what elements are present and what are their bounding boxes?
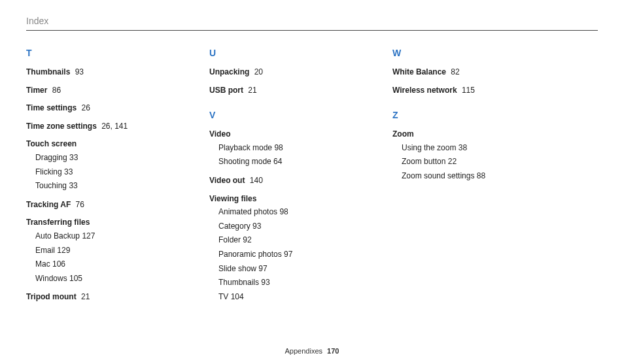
index-page-ref[interactable]: 140 (247, 176, 262, 185)
index-term: Zoom (392, 129, 414, 139)
index-page-ref[interactable]: 93 (259, 278, 270, 287)
index-page-ref[interactable]: 38 (456, 143, 467, 152)
index-subentry: Panoramic photos 97 (218, 248, 353, 261)
index-page-ref[interactable]: 115 (460, 86, 475, 95)
index-entry: White Balance 82 (392, 67, 536, 78)
index-page-ref[interactable]: 76 (73, 200, 84, 209)
index-subentry-label: Windows (35, 274, 67, 283)
index-subentry-label: Flicking (35, 167, 62, 176)
index-subentry: Mac 106 (35, 258, 170, 271)
index-subentry-label: Auto Backup (35, 231, 80, 240)
index-entry: Video out 140 (209, 176, 353, 186)
index-term: Time zone settings (26, 122, 97, 131)
index-subentry-label: Zoom button (402, 157, 445, 166)
footer-page-number: 170 (327, 347, 339, 355)
index-subentry: Slide show 97 (218, 263, 353, 275)
index-page-ref[interactable]: 104 (228, 292, 243, 301)
index-page-ref[interactable]: 93 (251, 222, 262, 231)
index-page-ref[interactable]: 33 (62, 167, 73, 176)
index-page-ref[interactable]: 33 (67, 153, 78, 162)
index-subentry-label: Animated photos (218, 207, 277, 216)
index-page-ref[interactable]: 21 (246, 86, 257, 95)
index-entry: Thumbnails 93 (26, 67, 170, 78)
index-section: WWhite Balance 82Wireless network 115 (392, 48, 536, 95)
index-term: Touch screen (26, 139, 77, 148)
index-subentry: Playback mode 98 (218, 142, 353, 154)
page-title: Index (26, 16, 48, 26)
index-term: Tripod mount (26, 292, 77, 301)
index-page-ref[interactable]: 22 (445, 157, 457, 166)
index-term: Timer (26, 86, 47, 95)
index-letter: U (209, 48, 353, 58)
index-subentry-label: Shooting mode (218, 157, 271, 166)
index-section: ZZoomUsing the zoom 38Zoom button 22Zoom… (392, 110, 536, 182)
index-subentry-label: Panoramic photos (218, 250, 282, 259)
index-entry: Tripod mount 21 (26, 292, 170, 303)
index-subentry: Category 93 (218, 220, 353, 233)
page-header: Index (26, 16, 598, 31)
index-term: Time settings (26, 103, 77, 112)
index-page-ref[interactable]: 93 (73, 67, 84, 76)
index-page-ref[interactable]: 92 (241, 235, 252, 244)
index-entry: Wireless network 115 (392, 86, 536, 96)
index-subentry: Zoom sound settings 88 (402, 170, 536, 182)
index-entry: Timer 86 (26, 86, 170, 96)
index-page-ref[interactable]: 106 (50, 259, 65, 269)
index-page-ref[interactable]: 86 (50, 86, 61, 95)
index-page-ref[interactable]: 97 (256, 264, 268, 273)
index-subentry-label: Category (218, 222, 251, 231)
index-section: VVideoPlayback mode 98Shooting mode 64Vi… (209, 110, 353, 303)
index-page-ref[interactable]: 97 (282, 250, 293, 259)
index-subentry-label: Zoom sound settings (402, 171, 474, 180)
index-subentry: Thumbnails 93 (218, 276, 353, 289)
index-column-2: UUnpacking 20USB port 21VVideoPlayback m… (209, 48, 353, 317)
index-entry: USB port 21 (209, 86, 353, 96)
index-page-ref[interactable]: 129 (55, 246, 70, 255)
index-page-ref[interactable]: 127 (80, 231, 95, 240)
index-columns: TThumbnails 93Timer 86Time settings 26Ti… (26, 48, 598, 317)
index-entry: Touch screenDragging 33Flicking 33Touchi… (26, 139, 170, 191)
index-page-ref[interactable]: 105 (67, 274, 82, 283)
index-subentry: Shooting mode 64 (218, 156, 353, 168)
index-term: USB port (209, 86, 243, 95)
index-term: Viewing files (209, 194, 256, 203)
index-letter: W (392, 48, 536, 58)
index-subentry: Folder 92 (218, 234, 353, 246)
index-page-ref[interactable]: 98 (272, 143, 283, 152)
index-page-ref[interactable]: 26, 141 (99, 122, 128, 131)
index-page-ref[interactable]: 82 (449, 67, 460, 76)
index-subentry-label: Using the zoom (402, 143, 456, 152)
index-subentry-label: Folder (218, 235, 241, 244)
index-subentry: Email 129 (35, 244, 170, 257)
index-term: Wireless network (392, 86, 457, 95)
index-page-ref[interactable]: 64 (271, 157, 283, 166)
index-subentry-label: Playback mode (218, 143, 272, 152)
index-letter: V (209, 110, 353, 120)
index-subentry: Auto Backup 127 (35, 230, 170, 242)
index-entry: Tracking AF 76 (26, 200, 170, 210)
index-subentry-label: Mac (35, 259, 50, 269)
index-subentry-label: Thumbnails (218, 278, 259, 287)
index-column-1: TThumbnails 93Timer 86Time settings 26Ti… (26, 48, 170, 317)
index-letter: T (26, 48, 170, 58)
index-page-ref[interactable]: 98 (277, 207, 288, 216)
index-entry: Viewing filesAnimated photos 98Category … (209, 194, 353, 303)
index-subentry: Animated photos 98 (218, 206, 353, 218)
index-subentry-label: Touching (35, 181, 67, 190)
index-section: UUnpacking 20USB port 21 (209, 48, 353, 95)
index-entry: ZoomUsing the zoom 38Zoom button 22Zoom … (392, 129, 536, 182)
index-term: Unpacking (209, 67, 249, 76)
index-page-ref[interactable]: 88 (474, 171, 485, 180)
index-page-ref[interactable]: 21 (79, 292, 90, 301)
index-term: White Balance (392, 67, 446, 76)
index-page-ref[interactable]: 33 (67, 181, 78, 190)
index-subentry: Touching 33 (35, 180, 170, 192)
index-term: Thumbnails (26, 67, 70, 76)
index-entry: Time zone settings 26, 141 (26, 122, 170, 132)
index-page-ref[interactable]: 26 (79, 103, 90, 112)
index-term: Video out (209, 176, 245, 185)
index-section: TThumbnails 93Timer 86Time settings 26Ti… (26, 48, 170, 303)
index-page-ref[interactable]: 20 (252, 67, 263, 76)
index-entry: Transferring filesAuto Backup 127Email 1… (26, 218, 170, 284)
footer-section: Appendixes (285, 347, 323, 355)
